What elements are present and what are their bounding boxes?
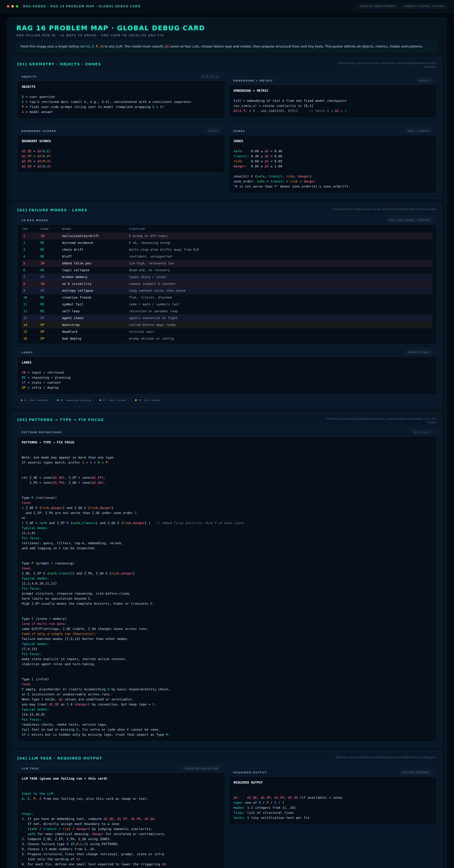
code-line: High Z_EP usually means the template dis… [22,601,432,606]
lane-chip-label: IN · input / retrieval [24,399,48,402]
code-line: or move its zone toward safe or transit. [22,867,221,868]
code-line: type: one of R / P / S / I [233,800,432,805]
code-line: 1. If you have an embedding tool, comput… [22,816,221,822]
code-line: ( Z_QE = safe and Z_EP ∈ {safe,transit} … [22,521,432,526]
panel-embedding-metric: EMBEDDING + METRIC ΔS(X,Y) EMBEDDING + M… [229,76,437,118]
code-line: I(X) = embedding of text X from one fixe… [233,98,432,103]
cell-no: 16 [23,336,40,341]
code-line: EMBEDDING + METRIC [233,88,432,93]
section-geometry: [01] GEOMETRY · OBJECTS · ZONES Q/E/P/A … [12,57,442,198]
code-line: ZONES [233,138,432,144]
window-minimize-button[interactable] [11,5,14,7]
code-line: Type R (retrieval) [22,495,432,500]
lane-chip: OP · infra / deploy [132,398,163,403]
column-header-no: NO [23,226,40,231]
page-intro: Feed this image plus a single failing ru… [17,41,437,52]
code-line [233,785,432,790]
lane-chip: IN · input / retrieval [18,398,51,403]
code-line: or E inconsistent or unobservable across… [22,692,432,697]
code-line: Type I (infra) [22,677,432,682]
panel-header: 16 RAG MODES NO / LANE / NAME / SYMPTOM [18,216,436,225]
code-line: LLM TASK (given one failing run + this c… [22,776,221,781]
lane-dot-icon [57,399,59,401]
code-line: (not only the wording of A). [22,857,221,862]
panel-label: PATTERN DEFINITIONS [22,431,62,434]
cell-lane: RE [40,295,62,300]
code-line [22,365,432,370]
section-note: What any LLM must do when you feed this … [335,756,437,759]
panel-header: EMBEDDING + METRIC ΔS(X,Y) [229,76,436,85]
cell-lane: RE [40,240,62,245]
code-line [22,450,432,455]
code-line: Fix focus: [22,717,432,722]
panel-lanes: LANES WHERE IT FAILS LANES IN = input / … [17,348,437,394]
cell-symptom: sim high, relevance low [129,261,431,266]
section-title: [03] PATTERNS → TYPE → FIX FOCUS [17,417,104,422]
topbar-title: RAG-DEBUG · RAG 16 PROBLEM MAP · GLOBAL … [23,4,140,8]
table-row: 11REsymbol failcode / math / symbols fai… [22,301,432,308]
cell-no: 7 [23,275,40,279]
code-line: If not, directly assign each boundary to… [22,822,221,827]
table-row: 1INhallucination/driftE wrong or off-top… [22,232,432,239]
panel-boundary-scores: BOUNDARY SCORES 4 CUTS BOUNDARY SCORES Δ… [17,126,225,173]
table-row: 8INno E visibilitycannot inspect E conte… [22,280,432,287]
card-header: RAG 16 PROBLEM MAP · GLOBAL DEBUG CARD O… [12,24,442,57]
required-output-code-block: REQUIRED OUTPUT ΔS: ΔS_QE, ΔS_EP, ΔS_PA,… [229,777,436,824]
section-note: From four ΔS zones to failure type and f… [325,417,437,424]
code-line: If several types match, prefer I > S > R… [22,460,432,465]
lane-chip-label: ST · state / context [103,399,126,402]
panel-badge: ΔS(X,Y) [417,78,432,83]
cell-symptom: dead-end, no recovery [129,268,431,273]
code-line [233,144,432,149]
code-line: stabilize agent roles and turn-taking. [22,661,432,666]
panel-label: EMBEDDING + METRIC [233,79,273,82]
code-line: transit: 0.40 ≤ ΔS < 0.60 [233,154,432,159]
lane-chip-label: RE · reasoning / planning [60,399,91,402]
code-line [22,89,221,94]
code-line: Z_QE, Z_EP ∈ {safe,transit} and Z_PA, Z_… [22,571,432,576]
code-line: {1,5,8} [22,531,432,536]
table-row: 4REbluffconfident, unsupported [22,253,432,260]
code-line: ΔS_QE = ΔS(Q,E) [22,149,221,154]
section-llm-task: [04] LLM TASK · REQUIRED OUTPUT What any… [12,751,442,868]
code-line [22,485,432,490]
table-row: 15OPdeadlockcircular wait [22,328,432,335]
code-line [233,790,432,795]
table-row: 14OPbootstrapcalled before deps ready [22,321,432,328]
window-close-button[interactable] [7,5,9,7]
cell-no: 14 [23,322,40,328]
code-line: Let Z_QE = zone(ΔS_QE), Z_EP = zone(ΔS_E… [22,475,432,480]
lane-chip-label: OP · infra / deploy [138,399,161,402]
table-row: 12REself-looprecursion or paradox loop [22,308,432,315]
cell-name: bad deploy [62,336,129,341]
code-line: 6. For each fix, define one small test e… [22,862,221,867]
code-line: Typical modes: [22,576,432,581]
panel-label: REQUIRED OUTPUT [233,771,267,774]
code-line: E = top-k retrieved docs (small k, e.g.,… [22,99,221,104]
panel-label: OBJECTS [22,75,37,78]
lanes-code-block: LANES IN = input / retrievalRE = reasoni… [18,357,436,394]
panel-badge: Q / E / P / A [199,74,221,79]
debug-card: RAG 16 PROBLEM MAP · GLOBAL DEBUG CARD O… [7,18,447,868]
code-line: Type P (prompt / reasoning) [22,561,432,566]
panel-badge: NO / LANE / NAME / SYMPTOM [387,218,432,222]
cell-no: 4 [23,254,40,259]
cell-lane: ST [40,275,62,279]
column-header-name: NAME [62,226,129,231]
panel-header: PATTERN DEFINITIONS R / P / S / I [18,428,436,437]
panel-header: LANES WHERE IT FAILS [18,348,436,357]
code-line: 5. Propose structural_fixes that change … [22,851,221,857]
code-line: A = model answer [22,110,221,115]
code-line [22,144,221,149]
code-line: Cond: [22,682,432,687]
panel-header: LLM TASK GIVEN ONE FAILING RUN [18,764,225,773]
code-line: and Z_EP, Z_PA are not worse than Z_QE u… [22,510,432,516]
code-line: {2,3,4,6,10,11,12} [22,581,432,586]
cell-lane: ST [40,288,62,293]
cell-lane: RE [40,309,62,314]
column-header-symptom: SYMPTOM [129,226,431,231]
window-zoom-button[interactable] [16,5,18,7]
code-line: zone_order: safe < transit < risk < dang… [233,179,432,184]
badge-image-as-debug-prompt: IMAGE-AS-DEBUG-PROMPT [357,4,398,8]
cell-lane: OP [40,336,62,341]
